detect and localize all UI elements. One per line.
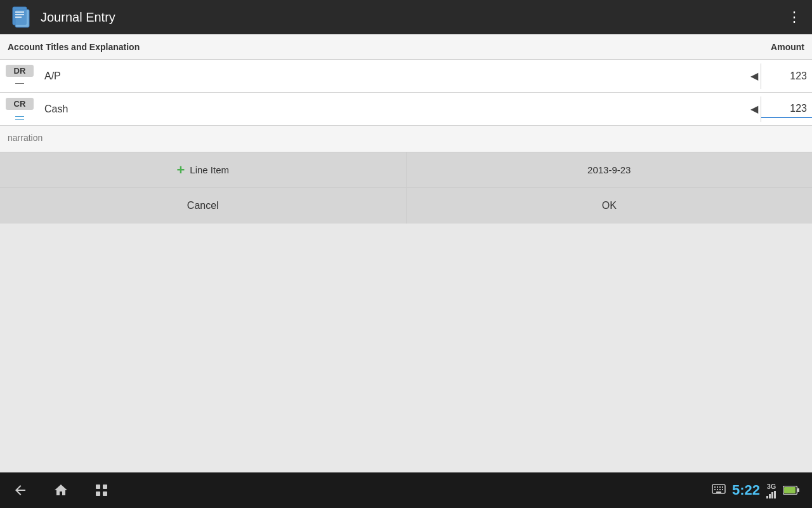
svg-rect-23 [774, 491, 776, 498]
dr-minus[interactable]: — [15, 78, 24, 87]
svg-rect-2 [13, 7, 27, 25]
app-bar: Journal Entry ⋮ [0, 0, 812, 34]
svg-rect-12 [717, 486, 718, 488]
empty-space [0, 224, 812, 472]
narration-input[interactable] [8, 133, 804, 143]
svg-rect-11 [714, 486, 716, 488]
line-item-label: Line Item [190, 164, 229, 175]
plus-icon: + [176, 162, 185, 178]
svg-rect-20 [766, 496, 768, 498]
signal-info: 3G [766, 483, 776, 498]
cr-minus[interactable]: — [15, 111, 24, 120]
date-label: 2013-9-23 [587, 164, 631, 175]
svg-rect-18 [722, 489, 723, 490]
ok-label: OK [602, 200, 617, 211]
svg-rect-14 [722, 486, 723, 488]
cr-amount-input[interactable] [761, 100, 812, 118]
app-title: Journal Entry [41, 10, 115, 25]
app-icon [10, 6, 33, 29]
svg-rect-6 [96, 485, 100, 489]
dr-account-name-input[interactable] [39, 68, 750, 84]
battery-indicator-icon [783, 486, 799, 495]
overflow-menu-icon[interactable]: ⋮ [787, 9, 802, 25]
cr-label[interactable]: CR [6, 98, 34, 110]
dr-dropdown-arrow[interactable]: ◀ [750, 70, 758, 82]
ok-button[interactable]: OK [407, 188, 813, 224]
dr-line-item: DR — ◀ [0, 60, 812, 93]
table-header: Account Titles and Explanation Amount [0, 34, 812, 60]
main-content: Account Titles and Explanation Amount DR… [0, 34, 812, 472]
svg-rect-15 [714, 489, 716, 490]
date-button[interactable]: 2013-9-23 [407, 152, 813, 187]
cancel-button[interactable]: Cancel [0, 188, 407, 224]
account-column-header: Account Titles and Explanation [8, 42, 140, 52]
svg-rect-25 [797, 488, 799, 492]
narration-row [0, 126, 812, 152]
dr-label[interactable]: DR [6, 65, 34, 77]
amount-column-header: Amount [771, 42, 804, 52]
keyboard-icon[interactable] [712, 484, 726, 497]
network-type: 3G [767, 483, 776, 490]
cr-line-item: CR — ◀ [0, 93, 812, 126]
cancel-label: Cancel [187, 200, 219, 211]
cr-account-name-input[interactable] [39, 101, 750, 117]
battery-icon [783, 483, 799, 498]
svg-rect-17 [719, 489, 721, 490]
svg-rect-19 [716, 491, 721, 493]
bottom-row: Cancel OK [0, 188, 812, 224]
line-item-button[interactable]: + Line Item [0, 152, 407, 187]
cr-dropdown-arrow[interactable]: ◀ [750, 103, 758, 115]
svg-rect-21 [769, 494, 771, 498]
svg-rect-22 [771, 492, 773, 498]
signal-bars-icon [766, 491, 776, 498]
svg-rect-26 [784, 487, 796, 493]
dr-button-group: DR — [0, 62, 39, 90]
svg-rect-13 [719, 486, 721, 488]
nav-bar: 5:22 3G [0, 472, 812, 508]
nav-right: 5:22 3G [712, 482, 799, 498]
svg-rect-8 [96, 491, 100, 496]
dr-amount-input[interactable] [761, 68, 812, 84]
recents-icon[interactable] [94, 483, 109, 498]
app-bar-left: Journal Entry [10, 6, 115, 29]
svg-rect-9 [103, 491, 107, 496]
svg-rect-16 [717, 489, 718, 490]
time-display: 5:22 [732, 482, 760, 498]
home-icon[interactable] [53, 483, 69, 498]
cr-button-group: CR — [0, 95, 39, 123]
svg-rect-7 [103, 485, 107, 489]
nav-left [13, 483, 109, 498]
action-row: + Line Item 2013-9-23 [0, 152, 812, 188]
back-icon[interactable] [13, 483, 28, 498]
